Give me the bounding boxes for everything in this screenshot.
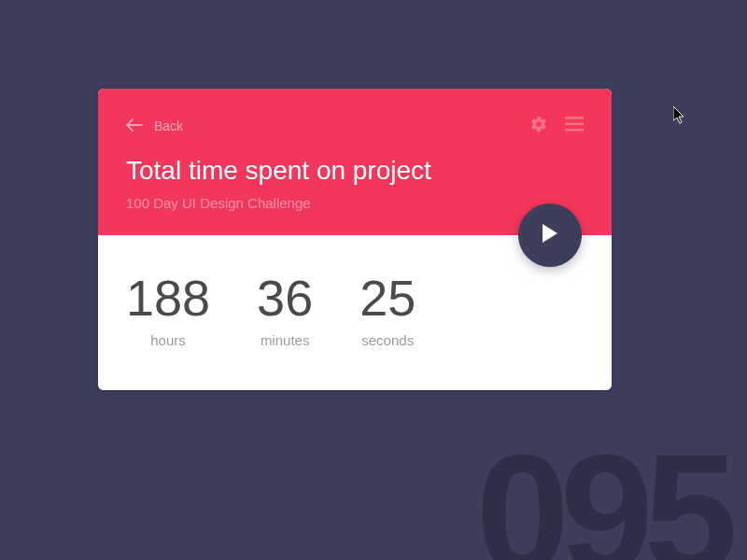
seconds-label: seconds — [361, 332, 414, 348]
svg-rect-0 — [565, 117, 584, 119]
hamburger-icon — [565, 117, 584, 135]
timer-card: Back — [98, 89, 612, 390]
card-subtitle: 100 Day UI Design Challenge — [126, 195, 584, 211]
arrow-left-icon — [126, 119, 143, 134]
play-icon — [541, 223, 559, 247]
svg-rect-1 — [565, 123, 584, 126]
back-label: Back — [154, 119, 183, 133]
seconds-group: 25 seconds — [359, 273, 416, 348]
gear-icon — [529, 115, 548, 137]
settings-button[interactable] — [529, 115, 548, 137]
seconds-value: 25 — [359, 273, 416, 323]
top-icons — [529, 115, 584, 137]
card-body: 188 hours 36 minutes 25 seconds — [98, 235, 612, 390]
svg-rect-2 — [565, 129, 584, 132]
play-button[interactable] — [518, 203, 582, 267]
background-number: 095 — [476, 429, 728, 560]
minutes-label: minutes — [261, 332, 310, 348]
top-bar: Back — [126, 115, 584, 137]
back-button[interactable]: Back — [126, 119, 183, 134]
menu-button[interactable] — [565, 117, 584, 135]
hours-label: hours — [150, 332, 186, 348]
minutes-group: 36 minutes — [257, 273, 313, 348]
hours-group: 188 hours — [126, 273, 210, 348]
hours-value: 188 — [126, 273, 210, 323]
cursor-icon — [673, 106, 686, 129]
minutes-value: 36 — [257, 273, 313, 323]
card-title: Total time spent on project — [126, 156, 584, 186]
